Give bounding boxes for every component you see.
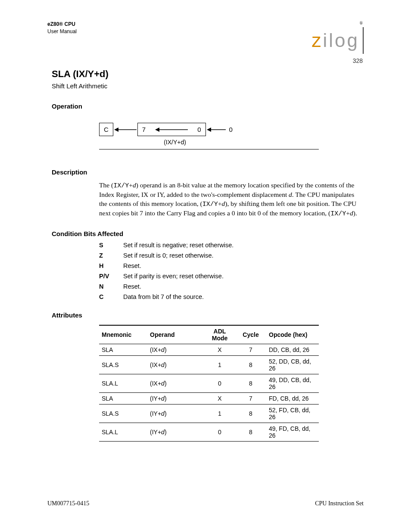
col-adl: ADL Mode — [204, 325, 235, 344]
flag-row: HReset. — [99, 262, 364, 269]
flag-val: Data from bit 7 of the source. — [123, 293, 364, 300]
flag-key: S — [99, 242, 123, 249]
zilog-logo: zilog — [312, 27, 364, 54]
cell-op: (IY+d) — [147, 423, 204, 441]
col-mnemonic: Mnemonic — [99, 325, 147, 344]
cell-mn: SLA — [99, 344, 147, 355]
cell-adl: 1 — [204, 404, 235, 423]
flag-key: C — [99, 293, 123, 300]
flag-key: P/V — [99, 273, 123, 280]
bit-hi: 7 — [142, 126, 146, 133]
flag-row: P/VSet if parity is even; reset otherwis… — [99, 273, 364, 280]
arrow-left-icon — [154, 127, 189, 133]
svg-marker-5 — [207, 128, 211, 132]
attributes-table-wrap: Mnemonic Operand ADL Mode Cycle Opcode (… — [99, 325, 364, 442]
col-cycle: Cycle — [235, 325, 266, 344]
section-operation-label: Operation — [52, 103, 364, 110]
arrow-left-icon — [206, 127, 227, 133]
table-row: SLA.S (IX+d) 1 8 52, DD, CB, dd, 26 — [99, 355, 319, 374]
flag-val: Set if result is negative; reset otherwi… — [123, 242, 364, 249]
cell-opc: FD, CB, dd, 26 — [266, 392, 319, 404]
page-number: 328 — [353, 57, 363, 64]
table-row: SLA.S (IY+d) 1 8 52, FD, CB, dd, 26 — [99, 404, 319, 423]
table-row: SLA.L (IY+d) 0 8 49, FD, CB, dd, 26 — [99, 423, 319, 441]
cell-adl: X — [204, 344, 235, 355]
table-row: SLA.L (IX+d) 0 8 49, DD, CB, dd, 26 — [99, 374, 319, 392]
flag-row: NReset. — [99, 283, 364, 290]
description-text: The (IX/Y+d) operand is an 8-bit value a… — [99, 181, 364, 219]
logo-z: z — [312, 30, 323, 51]
condition-bits-list: SSet if result is negative; reset otherw… — [99, 242, 364, 300]
cell-cyc: 7 — [235, 344, 266, 355]
table-header-row: Mnemonic Operand ADL Mode Cycle Opcode (… — [99, 325, 319, 344]
page-header: eZ80® CPU User Manual ® zilog 328 — [47, 21, 364, 64]
flag-key: Z — [99, 252, 123, 259]
cell-cyc: 7 — [235, 392, 266, 404]
cell-cyc: 8 — [235, 423, 266, 441]
cell-cyc: 8 — [235, 355, 266, 374]
page-footer: UM007715-0415 CPU Instruction Set — [47, 500, 364, 507]
cell-opc: 49, DD, CB, dd, 26 — [266, 374, 319, 392]
arrow-left-icon — [113, 127, 137, 133]
svg-marker-1 — [114, 128, 118, 132]
cell-opc: DD, CB, dd, 26 — [266, 344, 319, 355]
cell-cyc: 8 — [235, 374, 266, 392]
cell-adl: X — [204, 392, 235, 404]
brand-block: ® zilog 328 — [312, 21, 364, 64]
cell-mn: SLA.L — [99, 423, 147, 441]
cell-adl: 0 — [204, 374, 235, 392]
cell-opc: 52, FD, CB, dd, 26 — [266, 404, 319, 423]
cell-op: (IX+d) — [147, 374, 204, 392]
cell-opc: 49, FD, CB, dd, 26 — [266, 423, 319, 441]
doc-title-block: eZ80® CPU User Manual — [47, 21, 77, 35]
cell-mn: SLA.S — [99, 355, 147, 374]
table-row: SLA (IX+d) X 7 DD, CB, dd, 26 — [99, 344, 319, 355]
flag-row: CData from bit 7 of the source. — [99, 293, 364, 300]
cell-adl: 0 — [204, 423, 235, 441]
cell-adl: 1 — [204, 355, 235, 374]
cell-op: (IY+d) — [147, 392, 204, 404]
col-operand: Operand — [147, 325, 204, 344]
bit-lo: 0 — [197, 126, 201, 133]
cell-op: (IX+d) — [147, 355, 204, 374]
cell-opc: 52, DD, CB, dd, 26 — [266, 355, 319, 374]
flag-val: Reset. — [123, 283, 364, 290]
logo-rest: ilog — [323, 30, 360, 51]
section-condbits-label: Condition Bits Affected — [52, 230, 364, 237]
cell-cyc: 8 — [235, 404, 266, 423]
flag-val: Set if result is 0; reset otherwise. — [123, 252, 364, 259]
cell-op: (IX+d) — [147, 344, 204, 355]
flag-val: Set if parity is even; reset otherwise. — [123, 273, 364, 280]
flag-row: ZSet if result is 0; reset otherwise. — [99, 252, 364, 259]
doc-title-line2: User Manual — [47, 28, 77, 35]
cell-mn: SLA — [99, 392, 147, 404]
cell-op: (IY+d) — [147, 404, 204, 423]
zero-in: 0 — [229, 126, 233, 133]
table-row: SLA (IY+d) X 7 FD, CB, dd, 26 — [99, 392, 319, 404]
diagram-rule — [99, 149, 319, 149]
flag-key: N — [99, 283, 123, 290]
operation-diagram: C 7 0 0 (IX/Y+d) — [99, 123, 364, 149]
col-opcode: Opcode (hex) — [266, 325, 319, 344]
flag-key: H — [99, 262, 123, 269]
svg-marker-3 — [155, 128, 159, 132]
instruction-name: Shift Left Arithmetic — [52, 82, 364, 90]
flag-val: Reset. — [123, 262, 364, 269]
doc-title-line1: eZ80® CPU — [47, 21, 77, 28]
instruction-mnemonic: SLA (IX/Y+d) — [52, 68, 364, 80]
cell-mn: SLA.L — [99, 374, 147, 392]
section-attributes-label: Attributes — [52, 311, 364, 319]
footer-right: CPU Instruction Set — [315, 500, 364, 507]
section-description-label: Description — [52, 168, 364, 176]
carry-box: C — [99, 123, 113, 136]
footer-left: UM007715-0415 — [47, 500, 89, 507]
registered-icon: ® — [359, 21, 363, 25]
cell-mn: SLA.S — [99, 404, 147, 423]
diagram-caption: (IX/Y+d) — [145, 139, 205, 146]
flag-row: SSet if result is negative; reset otherw… — [99, 242, 364, 249]
register-box: 7 0 — [137, 123, 206, 136]
attributes-table: Mnemonic Operand ADL Mode Cycle Opcode (… — [99, 325, 319, 442]
